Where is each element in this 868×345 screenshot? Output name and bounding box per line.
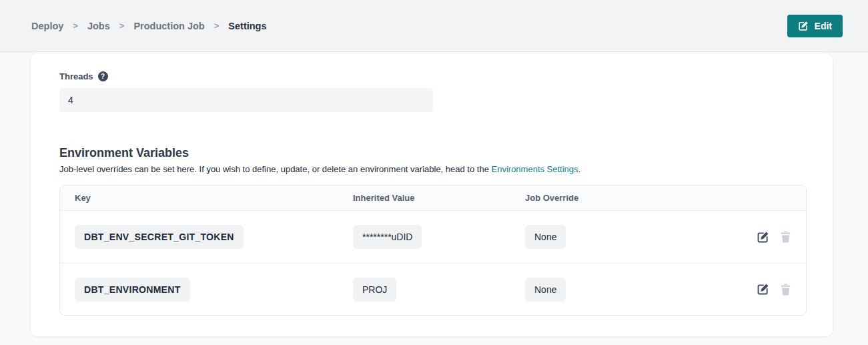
- column-header-inherited-value: Inherited Value: [353, 193, 525, 203]
- environments-settings-link[interactable]: Environments Settings: [492, 164, 578, 174]
- row-delete-button[interactable]: [780, 231, 791, 243]
- breadcrumb-item-settings: Settings: [228, 21, 266, 31]
- inherited-value-badge: PROJ: [353, 278, 396, 302]
- edit-pencil-icon: [798, 21, 809, 31]
- main-content: Threads ? Environment Variables Job-leve…: [0, 52, 868, 337]
- key-cell: DBT_ENV_SECRET_GIT_TOKEN: [75, 225, 353, 249]
- chevron-right-icon: >: [73, 21, 78, 31]
- breadcrumb-item-production-job[interactable]: Production Job: [133, 21, 204, 31]
- threads-label: Threads: [59, 71, 93, 81]
- threads-field-label-row: Threads ?: [59, 71, 833, 81]
- edit-button[interactable]: Edit: [787, 15, 843, 37]
- environment-variables-description: Job-level overrides can be set here. If …: [59, 164, 833, 174]
- env-var-key-badge: DBT_ENVIRONMENT: [75, 278, 190, 302]
- table-row: DBT_ENV_SECRET_GIT_TOKEN ********uDID No…: [60, 211, 806, 263]
- top-bar: Deploy > Jobs > Production Job > Setting…: [0, 0, 868, 52]
- description-text: Job-level overrides can be set here. If …: [59, 164, 492, 174]
- breadcrumb-item-deploy[interactable]: Deploy: [31, 21, 63, 31]
- inherited-value-cell: PROJ: [353, 278, 525, 302]
- row-edit-button[interactable]: [757, 231, 769, 244]
- threads-input[interactable]: [59, 88, 433, 112]
- chevron-right-icon: >: [119, 21, 125, 31]
- job-override-cell: None: [525, 278, 730, 302]
- column-header-key: Key: [75, 193, 353, 203]
- row-actions: [730, 231, 791, 244]
- edit-button-label: Edit: [815, 21, 832, 31]
- row-edit-button[interactable]: [757, 283, 769, 296]
- environment-variables-section: Environment Variables Job-level override…: [59, 146, 833, 316]
- row-delete-button[interactable]: [780, 284, 791, 296]
- description-period: .: [578, 164, 581, 174]
- breadcrumb-item-jobs[interactable]: Jobs: [87, 21, 110, 31]
- job-override-badge: None: [525, 225, 566, 249]
- key-cell: DBT_ENVIRONMENT: [75, 278, 353, 302]
- job-override-badge: None: [525, 278, 566, 302]
- table-row: DBT_ENVIRONMENT PROJ None: [60, 263, 806, 315]
- settings-card: Threads ? Environment Variables Job-leve…: [30, 53, 833, 337]
- env-vars-table: Key Inherited Value Job Override DBT_ENV…: [59, 185, 807, 316]
- row-actions: [730, 283, 791, 296]
- trash-icon: [780, 284, 791, 296]
- inherited-value-cell: ********uDID: [353, 225, 525, 249]
- chevron-right-icon: >: [214, 21, 220, 31]
- job-override-cell: None: [525, 225, 730, 249]
- environment-variables-title: Environment Variables: [59, 146, 833, 160]
- help-icon[interactable]: ?: [98, 71, 108, 81]
- inherited-value-badge: ********uDID: [353, 225, 422, 249]
- trash-icon: [780, 231, 791, 243]
- env-var-key-badge: DBT_ENV_SECRET_GIT_TOKEN: [75, 225, 244, 249]
- edit-pencil-icon: [757, 231, 769, 244]
- breadcrumb: Deploy > Jobs > Production Job > Setting…: [31, 21, 267, 31]
- column-header-job-override: Job Override: [525, 193, 730, 203]
- table-header-row: Key Inherited Value Job Override: [60, 186, 806, 211]
- edit-pencil-icon: [757, 283, 769, 296]
